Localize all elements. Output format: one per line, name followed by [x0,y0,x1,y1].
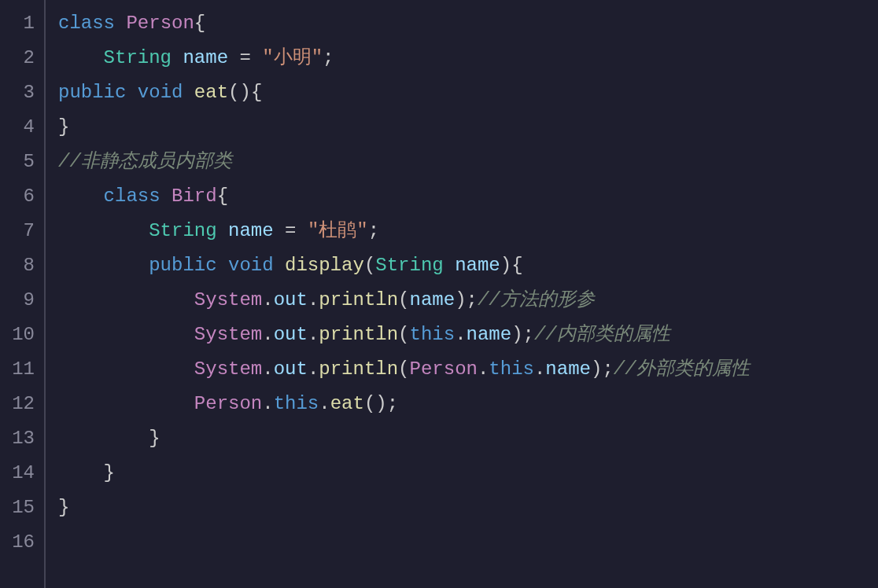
semicolon: ; [602,358,613,380]
line-number: 1 [6,6,35,41]
string-literal: "小明" [262,47,323,68]
paren: ) [591,358,602,380]
code-line: class Person{ [58,6,878,41]
paren: ( [398,358,409,380]
line-number: 3 [6,75,35,110]
code-line: Person.this.eat(); [58,387,878,421]
brace: { [194,13,205,34]
string-literal: "杜鹃" [308,220,368,241]
line-number: 11 [6,352,35,387]
parens: () [228,82,251,103]
assign: = [228,47,262,68]
keyword-void: void [138,82,183,103]
class-ref: Person [194,393,262,414]
semicolon: ; [467,289,478,311]
line-number: 13 [6,421,35,456]
code-editor: 1 2 3 4 5 6 7 8 9 10 11 12 13 14 15 16 c… [0,0,878,588]
argument: name [410,289,456,311]
class-ref: Person [410,358,478,380]
code-line [58,525,878,560]
dot: . [262,289,273,311]
line-number: 2 [6,41,35,75]
paren: ( [398,289,409,311]
paren: ( [364,255,375,276]
property: out [274,289,308,311]
semicolon: ; [323,47,334,68]
keyword-class: class [104,186,160,207]
object: System [194,358,262,380]
parens: () [364,393,387,414]
brace: { [217,186,228,207]
dot: . [478,358,489,380]
brace: } [58,497,69,518]
line-number: 14 [6,456,35,491]
assign: = [274,220,308,241]
dot: . [455,324,466,345]
line-number: 16 [6,525,35,560]
keyword-this: this [274,393,319,414]
class-name: Person [126,13,194,34]
line-number: 9 [6,283,35,318]
property: out [274,324,308,345]
param-type: String [375,255,443,276]
paren: ) [511,324,522,345]
line-number: 10 [6,318,35,352]
dot: . [262,324,273,345]
object: System [194,324,262,345]
dot: . [308,289,319,311]
brace: { [511,255,522,276]
code-line: String name = "小明"; [58,41,878,75]
method-call: println [319,324,398,345]
method-name: display [285,255,364,276]
semicolon: ; [387,393,398,414]
line-number-gutter: 1 2 3 4 5 6 7 8 9 10 11 12 13 14 15 16 [0,0,46,588]
code-line: } [58,456,878,491]
code-line: String name = "杜鹃"; [58,214,878,248]
code-line: } [58,110,878,145]
code-line: System.out.println(name);//方法的形参 [58,283,878,318]
variable: name [183,47,228,68]
param-name: name [455,255,500,276]
code-content[interactable]: class Person{ String name = "小明"; public… [46,0,878,588]
line-number: 4 [6,110,35,145]
code-line: } [58,491,878,525]
property: name [545,358,591,380]
type: String [149,220,216,241]
paren: ( [398,324,409,345]
keyword-public: public [149,255,216,276]
comment: //非静态成员内部类 [58,151,232,172]
code-line: System.out.println(Person.this.name);//外… [58,352,878,387]
code-line: class Bird{ [58,179,878,214]
code-line: public void eat(){ [58,75,878,110]
paren: ) [500,255,511,276]
brace: } [149,428,160,449]
paren: ) [455,289,466,311]
variable: name [228,220,274,241]
code-line: } [58,421,878,456]
method-call: println [319,358,398,380]
type: String [104,47,172,68]
line-number: 15 [6,491,35,525]
dot: . [319,393,330,414]
dot: . [534,358,545,380]
keyword-void: void [228,255,274,276]
method-name: eat [194,82,228,103]
property: out [274,358,308,380]
semicolon: ; [523,324,534,345]
comment: //内部类的属性 [534,324,670,345]
semicolon: ; [368,220,379,241]
code-line: System.out.println(this.name);//内部类的属性 [58,318,878,352]
brace: { [251,82,262,103]
method-call: eat [330,393,364,414]
method-call: println [319,289,398,311]
brace: } [104,462,115,483]
line-number: 5 [6,145,35,179]
keyword-this: this [410,324,456,345]
line-number: 12 [6,387,35,421]
dot: . [308,324,319,345]
dot: . [308,358,319,380]
keyword-this: this [489,358,534,380]
comment: //方法的形参 [478,289,595,311]
code-line: public void display(String name){ [58,248,878,283]
keyword-class: class [58,13,115,34]
